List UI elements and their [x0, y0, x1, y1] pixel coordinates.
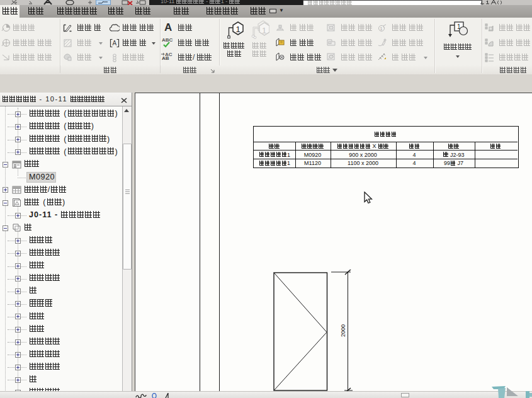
svg-text:1: 1 [262, 26, 266, 35]
svg-text:1: 1 [380, 26, 383, 31]
svg-text:A: A [113, 40, 117, 47]
svg-text:1: 1 [236, 25, 241, 34]
svg-text:2000: 2000 [340, 324, 346, 337]
